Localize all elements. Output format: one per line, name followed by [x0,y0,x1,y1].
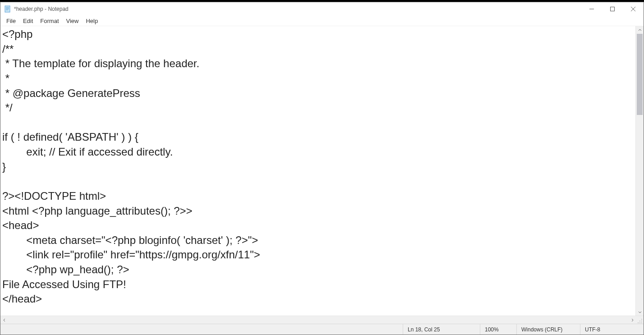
text-editor[interactable]: <?php /** * The template for displaying … [0,26,635,316]
close-button[interactable] [623,2,644,16]
scroll-right-icon[interactable] [628,316,636,324]
status-position: Ln 18, Col 25 [403,324,480,335]
resize-grip-icon[interactable] [636,316,644,324]
status-zoom: 100% [480,324,516,335]
notepad-icon [4,5,11,13]
status-line-ending: Windows (CRLF) [516,324,580,335]
scroll-up-icon[interactable] [636,26,644,34]
svg-point-12 [638,322,639,323]
menu-file[interactable]: File [3,17,19,25]
scroll-left-icon[interactable] [0,316,8,324]
status-encoding: UTF-8 [580,324,644,335]
svg-rect-6 [611,7,615,11]
svg-point-13 [639,322,640,323]
horizontal-scrollbar[interactable] [0,316,644,324]
menu-edit[interactable]: Edit [20,17,36,25]
minimize-button[interactable] [581,2,602,16]
svg-point-14 [641,322,642,323]
window-title: *header.php - Notepad [14,6,69,12]
svg-point-10 [639,321,640,321]
notepad-window: *header.php - Notepad File Edit Format V… [0,2,644,335]
svg-point-11 [641,321,642,321]
maximize-button[interactable] [602,2,623,16]
vertical-scrollbar[interactable] [635,26,644,316]
svg-point-9 [641,319,642,320]
titlebar[interactable]: *header.php - Notepad [0,2,644,16]
vertical-scroll-thumb[interactable] [637,34,643,115]
status-spacer [0,324,403,335]
menu-help[interactable]: Help [83,17,101,25]
scroll-down-icon[interactable] [636,308,644,316]
menubar: File Edit Format View Help [0,16,644,26]
titlebar-left: *header.php - Notepad [0,5,69,13]
editor-area: <?php /** * The template for displaying … [0,26,644,316]
menu-format[interactable]: Format [37,17,62,25]
statusbar: Ln 18, Col 25 100% Windows (CRLF) UTF-8 [0,324,644,335]
menu-view[interactable]: View [63,17,82,25]
window-controls [581,2,644,16]
